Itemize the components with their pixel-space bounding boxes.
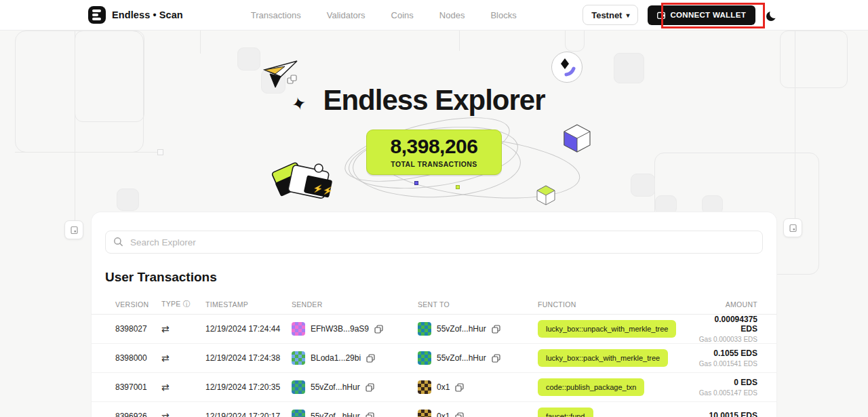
- info-icon[interactable]: ⓘ: [183, 300, 191, 308]
- col-function: FUNCTION: [538, 300, 698, 309]
- function-cell: lucky_box::pack_with_merkle_tree: [538, 349, 698, 367]
- function-badge[interactable]: faucet::fund: [538, 408, 593, 417]
- table-row[interactable]: 8396926 ⇄ 12/19/2024 17:20:17 55vZof...h…: [92, 402, 776, 417]
- avatar: [292, 410, 305, 417]
- col-timestamp: TIMESTAMP: [205, 300, 292, 309]
- timestamp: 12/19/2024 17:20:17: [205, 412, 292, 417]
- explorer-panel: User Transactions VERSION TYPEⓘ TIMESTAM…: [92, 212, 776, 417]
- moon-icon: [770, 9, 778, 18]
- network-selector-label: Testnet: [591, 10, 622, 20]
- avatar: [418, 322, 431, 336]
- copy-icon[interactable]: [492, 325, 500, 334]
- avatar: [292, 322, 305, 336]
- sent-to-address-link[interactable]: 55vZof...hHur: [437, 324, 486, 334]
- deco-square: [117, 188, 139, 211]
- gas-value: Gas 0.000033 EDS: [698, 336, 757, 343]
- search-input[interactable]: [105, 231, 763, 254]
- deco-square: [655, 195, 677, 214]
- deco-dot-lime: [456, 185, 460, 189]
- deco-line: [459, 31, 460, 51]
- nav-blocks[interactable]: Blocks: [490, 10, 516, 20]
- amount-cell: 0.00094375 EDS Gas 0.000033 EDS: [698, 315, 757, 343]
- copy-icon[interactable]: [366, 383, 374, 392]
- table-header-row: VERSION TYPEⓘ TIMESTAMP SENDER SENT TO F…: [92, 294, 776, 315]
- timestamp: 12/19/2024 17:20:35: [205, 382, 292, 392]
- amount-value: 0.1055 EDS: [698, 349, 757, 358]
- total-transactions-card: 8,398,206 TOTAL TRANSACTIONS: [366, 130, 502, 175]
- sender-cell: 55vZof...hHur: [292, 380, 418, 394]
- sent-to-cell: 55vZof...hHur: [418, 322, 538, 336]
- search-icon: [113, 237, 123, 247]
- table-row[interactable]: 8398000 ⇄ 12/19/2024 17:24:38 BLoda1...2…: [92, 344, 776, 373]
- function-badge[interactable]: lucky_box::unpack_with_merkle_tree: [538, 320, 676, 338]
- deco-dot-purple: [414, 181, 418, 185]
- amount-cell: 0.1055 EDS Gas 0.001541 EDS: [698, 349, 757, 368]
- timestamp: 12/19/2024 17:24:38: [205, 353, 292, 363]
- version-link[interactable]: 8396926: [115, 412, 161, 417]
- sender-cell: 55vZof...hHur: [292, 410, 418, 417]
- copy-icon[interactable]: [455, 383, 464, 392]
- function-badge[interactable]: code::publish_package_txn: [538, 378, 644, 396]
- function-cell: code::publish_package_txn: [538, 378, 698, 396]
- transfer-type-icon: ⇄: [161, 411, 205, 417]
- copy-icon[interactable]: [366, 354, 375, 363]
- deco-file-badge: [783, 218, 802, 237]
- table-row[interactable]: 8397001 ⇄ 12/19/2024 17:20:35 55vZof...h…: [92, 373, 776, 402]
- version-link[interactable]: 8398027: [115, 324, 161, 334]
- endless-logo-icon: [88, 6, 106, 24]
- sent-to-address-link[interactable]: 0x1: [437, 412, 450, 417]
- sent-to-address-link[interactable]: 55vZof...hHur: [437, 353, 486, 363]
- sent-to-address-link[interactable]: 0x1: [437, 382, 450, 392]
- avatar: [292, 351, 305, 365]
- total-transactions-label: TOTAL TRANSACTIONS: [391, 160, 477, 168]
- page-title: Endless Explorer: [0, 84, 868, 117]
- deco-square: [237, 47, 260, 71]
- gas-value: Gas 0.001541 EDS: [698, 360, 757, 368]
- nav-right-group: Testnet ▾ CONNECT WALLET: [583, 5, 778, 25]
- sent-to-cell: 55vZof...hHur: [418, 351, 538, 365]
- nav-nodes[interactable]: Nodes: [439, 10, 465, 20]
- brand[interactable]: Endless • Scan: [88, 6, 183, 24]
- version-link[interactable]: 8397001: [115, 382, 161, 392]
- nav-transactions[interactable]: Transactions: [251, 10, 301, 20]
- transactions-table: VERSION TYPEⓘ TIMESTAMP SENDER SENT TO F…: [92, 294, 776, 417]
- network-selector-button[interactable]: Testnet ▾: [583, 5, 638, 25]
- connect-wallet-button[interactable]: CONNECT WALLET: [648, 5, 755, 25]
- version-link[interactable]: 8398000: [115, 353, 161, 363]
- connect-wallet-label: CONNECT WALLET: [670, 11, 746, 19]
- svg-text:⚡⚡: ⚡⚡: [312, 182, 334, 197]
- coin-illustration: [551, 52, 583, 83]
- avatar: [418, 351, 431, 365]
- function-badge[interactable]: lucky_box::pack_with_merkle_tree: [538, 349, 668, 367]
- copy-icon[interactable]: [492, 354, 500, 363]
- sender-address-link[interactable]: BLoda1...29bi: [311, 353, 361, 363]
- function-cell: lucky_box::unpack_with_merkle_tree: [538, 320, 698, 338]
- copy-icon[interactable]: [374, 325, 383, 334]
- sent-to-cell: 0x1: [418, 380, 538, 394]
- sender-address-link[interactable]: 55vZof...hHur: [311, 382, 360, 392]
- copy-icon[interactable]: [455, 412, 464, 417]
- nav-validators[interactable]: Validators: [327, 10, 366, 20]
- deco-line: [200, 31, 201, 54]
- sender-address-link[interactable]: EFhW3B...9aS9: [311, 324, 369, 334]
- nav-coins[interactable]: Coins: [391, 10, 414, 20]
- avatar: [418, 410, 431, 417]
- copy-icon[interactable]: [366, 412, 374, 417]
- brand-name: Endless • Scan: [112, 9, 183, 20]
- col-type: TYPEⓘ: [161, 300, 205, 309]
- total-transactions-value: 8,398,206: [391, 136, 478, 157]
- col-version: VERSION: [115, 300, 161, 309]
- amount-value: 10.0015 EDS: [698, 411, 757, 417]
- col-sent-to: SENT TO: [418, 300, 538, 309]
- wallet-illustration: ⚡⚡: [270, 159, 340, 203]
- amount-cell: 0 EDS Gas 0.005147 EDS: [698, 378, 757, 397]
- sender-cell: EFhW3B...9aS9: [292, 322, 418, 336]
- timestamp: 12/19/2024 17:24:44: [205, 324, 292, 334]
- table-row[interactable]: 8398027 ⇄ 12/19/2024 17:24:44 EFhW3B...9…: [92, 315, 776, 344]
- sender-address-link[interactable]: 55vZof...hHur: [311, 412, 360, 417]
- deco-square: [631, 174, 655, 197]
- search-bar: [105, 231, 763, 254]
- deco-line: [15, 152, 161, 153]
- dark-mode-toggle[interactable]: [765, 8, 778, 22]
- chevron-down-icon: ▾: [626, 12, 629, 19]
